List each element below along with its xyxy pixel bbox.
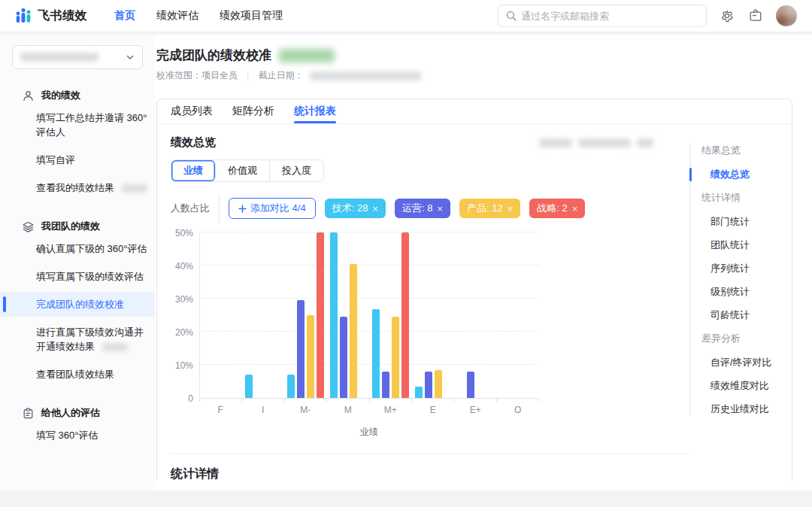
compare-tag-strategy[interactable]: 战略: 2× (529, 199, 585, 218)
status-badge-redacted (279, 49, 335, 62)
sidebar-item-view-my-results[interactable]: 查看我的绩效结果 (0, 175, 155, 200)
chart-category-group (285, 233, 327, 398)
chart-category-group (370, 233, 412, 398)
sidebar-section-title: 我的绩效 (41, 89, 80, 102)
tab-member-list[interactable]: 成员列表 (171, 99, 213, 123)
compare-filter-row: 人数占比 添加对比 4/4 技术: 28× (171, 194, 689, 223)
tab-statistics-report[interactable]: 统计报表 (294, 99, 336, 123)
metric-tab-engagement[interactable]: 投入度 (270, 160, 323, 181)
add-compare-button[interactable]: 添加对比 4/4 (229, 198, 316, 219)
divider (219, 194, 220, 223)
sidebar-item-communicate-results[interactable]: 进行直属下级绩效沟通并开通绩效结果 (0, 320, 155, 359)
sidebar-item-team-calibration[interactable]: 完成团队的绩效校准 (0, 292, 155, 317)
sidebar-item-write-360[interactable]: 填写 360°评估 (0, 423, 155, 448)
deadline-redacted-value (310, 71, 421, 80)
statistics-section: 绩效总览 业绩 价值观 投入度 人数占比 (157, 124, 689, 481)
ratio-axis-label: 人数占比 (171, 202, 210, 215)
anchor-item-sequence-stats[interactable]: 序列统计 (710, 262, 792, 275)
x-tick-label: E (412, 405, 455, 415)
anchor-group-results-overview: 结果总览 (701, 144, 792, 157)
sidebar-item-write-subordinate-review[interactable]: 填写直属下级的绩效评估 (0, 264, 155, 289)
deadline-label: 截止日期： (259, 69, 304, 82)
overview-header-redacted (539, 138, 653, 147)
sidebar-item-self-review[interactable]: 填写自评 (0, 147, 155, 172)
bar-产品-E (435, 370, 442, 398)
close-icon[interactable]: × (437, 204, 443, 214)
y-tick-label: 10% (175, 360, 193, 371)
compare-tag-operations[interactable]: 运营: 8× (395, 199, 450, 218)
chart-x-labels: FIM-MM+EE+O (199, 405, 539, 415)
user-avatar[interactable] (776, 5, 797, 26)
nav-performance-review[interactable]: 绩效评估 (156, 9, 198, 23)
project-select-dropdown[interactable] (12, 45, 143, 69)
chart-x-axis-title: 业绩 (199, 426, 539, 439)
global-search[interactable] (498, 5, 707, 27)
sidebar-item-view-team-results[interactable]: 查看团队绩效结果 (0, 362, 155, 387)
y-tick-label: 0 (188, 393, 193, 404)
sidebar-section-my-performance: 我的绩效 (0, 89, 155, 102)
report-tabs: 成员列表 矩阵分析 统计报表 (157, 99, 792, 124)
bar-运营-E+ (467, 372, 474, 398)
overview-metric-switch: 业绩 价值观 投入度 (171, 159, 324, 182)
redacted-badge (122, 184, 147, 193)
bar-技术-I (245, 375, 253, 398)
chart-category-group (454, 233, 496, 398)
sidebar-item-write-summary[interactable]: 填写工作总结并邀请 360°评估人 (0, 105, 155, 144)
app-logo: 飞书绩效 (15, 8, 87, 24)
chart-category-group (497, 233, 539, 398)
subtitle-separator: ｜ (244, 69, 253, 82)
anchor-item-performance-overview[interactable]: 绩效总览 (710, 168, 792, 181)
nav-home[interactable]: 首页 (114, 9, 135, 23)
x-tick-label: M+ (369, 405, 412, 415)
anchor-item-tenure-stats[interactable]: 司龄统计 (710, 308, 792, 322)
metric-tab-performance[interactable]: 业绩 (171, 160, 216, 181)
sidebar-item-confirm-360[interactable]: 确认直属下级的 360°评估 (0, 236, 155, 261)
close-icon[interactable]: × (372, 204, 378, 214)
anchor-item-self-vs-final[interactable]: 自评/终评对比 (710, 356, 792, 369)
chart-category-group (242, 233, 284, 398)
sidebar-section-team-performance: 我团队的绩效 (0, 220, 155, 233)
project-select-redacted-value (20, 53, 98, 62)
chart-x-ticks (199, 399, 539, 402)
bar-战略-M- (317, 232, 324, 398)
anchor-item-level-stats[interactable]: 级别统计 (710, 285, 792, 299)
x-tick-label: O (497, 405, 540, 415)
chart-category-group (412, 233, 454, 398)
section-divider (171, 454, 689, 454)
bar-运营-M (340, 317, 347, 398)
anchor-item-dimension-compare[interactable]: 绩效维度对比 (710, 379, 792, 393)
chart-plot (199, 233, 539, 399)
plus-icon (238, 205, 247, 213)
close-icon[interactable]: × (572, 204, 578, 214)
admin-badge-icon[interactable] (747, 8, 764, 24)
y-tick-label: 40% (175, 261, 193, 272)
top-navigation: 首页 绩效评估 绩效项目管理 (114, 9, 283, 23)
bar-技术-M- (287, 375, 295, 398)
settings-gear-icon[interactable] (719, 8, 735, 24)
nav-project-management[interactable]: 绩效项目管理 (220, 9, 283, 23)
bar-技术-M (330, 232, 338, 398)
compare-tag-product[interactable]: 产品: 12× (459, 199, 520, 218)
search-input[interactable] (521, 11, 698, 22)
compare-tag-tech[interactable]: 技术: 28× (325, 199, 386, 218)
user-icon (23, 90, 34, 102)
close-icon[interactable]: × (508, 204, 514, 214)
metric-tab-values[interactable]: 价值观 (216, 160, 270, 181)
anchor-item-department-stats[interactable]: 部门统计 (710, 215, 792, 229)
anchor-group-difference-analysis: 差异分析 (701, 332, 792, 345)
chart-category-group (327, 233, 369, 398)
bar-运营-E (425, 372, 432, 398)
layers-icon (23, 221, 34, 232)
report-card: 成员列表 矩阵分析 统计报表 绩效总览 业绩 (156, 99, 792, 481)
app-title: 飞书绩效 (38, 8, 87, 24)
left-sidebar: 我的绩效 填写工作总结并邀请 360°评估人 填写自评 查看我的绩效结果 我团队… (0, 35, 155, 490)
x-tick-label: F (199, 405, 242, 415)
anchor-item-team-stats[interactable]: 团队统计 (710, 238, 792, 252)
y-tick-label: 30% (175, 294, 193, 305)
tab-matrix-analysis[interactable]: 矩阵分析 (232, 99, 274, 123)
y-tick-label: 50% (175, 228, 193, 238)
performance-distribution-chart: 010%20%30%40%50% FIM-MM+EE+O 业绩 (171, 233, 547, 439)
search-icon (506, 11, 517, 21)
overview-heading: 绩效总览 (171, 135, 216, 150)
anchor-item-history-compare[interactable]: 历史业绩对比 (710, 402, 792, 416)
